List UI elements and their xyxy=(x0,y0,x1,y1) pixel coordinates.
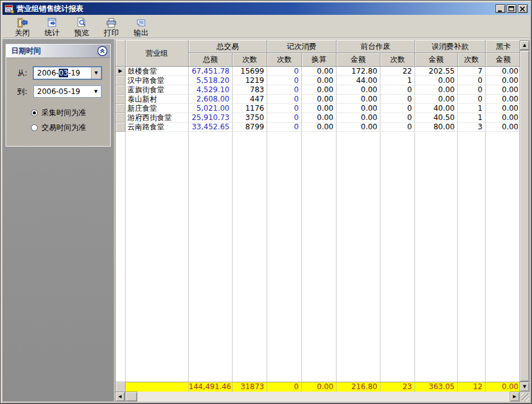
refund-amount-cell: 40.50 xyxy=(415,113,458,122)
header-conversion[interactable]: 换算 xyxy=(302,53,337,67)
header-total-amount[interactable]: 总额 xyxy=(189,53,233,67)
close-button[interactable] xyxy=(518,4,528,13)
toolbar-close-button[interactable]: 关闭 xyxy=(7,16,37,38)
times-count-cell: 0 xyxy=(267,95,302,104)
toolbar-print-button[interactable]: 打印 xyxy=(97,16,126,38)
to-date-dropdown-icon[interactable]: ▼ xyxy=(91,86,101,97)
toolbar-statistics-button[interactable]: 统计 xyxy=(37,16,67,38)
totals-total-count: 31873 xyxy=(233,382,267,392)
row-indicator-cell xyxy=(116,122,126,132)
toolbar-close-label: 关闭 xyxy=(15,28,30,37)
times-count-cell: 0 xyxy=(267,67,302,76)
grid-body: ▶ 鼓楼食堂 67,451.78 15699 0 0.00 172.80 22 … xyxy=(116,67,520,132)
from-date-combobox[interactable]: 2006-03-19 ▼ xyxy=(33,67,101,79)
refund-count-cell: 3 xyxy=(458,122,486,132)
times-count-cell: 0 xyxy=(267,113,302,122)
times-count-cell: 0 xyxy=(267,104,302,113)
resize-grip-icon[interactable] xyxy=(521,393,529,401)
toolbar-preview-button[interactable]: 预览 xyxy=(67,16,97,38)
group-label[interactable]: 黑卡 xyxy=(486,40,521,53)
refund-count-cell: 1 xyxy=(458,104,486,113)
header-times-count[interactable]: 次数 xyxy=(267,53,302,67)
datetime-panel-body: 从: 2006-03-19 ▼ 到: 2006-05-19 ▼ xyxy=(6,58,110,146)
table-row[interactable]: 游府西街食堂 25,910.73 3750 0 0.00 0.00 0 40.5… xyxy=(116,113,520,122)
group-label[interactable]: 前台作废 xyxy=(337,40,415,53)
total-count-cell: 8799 xyxy=(233,122,267,132)
header-refund-count[interactable]: 次数 xyxy=(458,53,486,67)
header-void-count[interactable]: 次数 xyxy=(380,53,415,67)
printer-icon xyxy=(106,17,117,28)
total-amount-cell: 25,910.73 xyxy=(189,113,233,122)
blackcard-amount-cell: 0.00 xyxy=(486,85,521,95)
toolbar-output-label: 输出 xyxy=(134,28,148,37)
header-group-frontdesk-void: 前台作废 金额 次数 xyxy=(337,40,415,67)
table-row[interactable]: ▶ 鼓楼食堂 67,451.78 15699 0 0.00 172.80 22 … xyxy=(116,67,520,76)
table-row[interactable]: 蓝旗街食堂 4,529.10 783 0 0.00 0.00 0 0.00 0 … xyxy=(116,85,520,95)
radio-button-icon xyxy=(31,124,38,131)
time-basis-radio-group: 采集时间为准 交易时间为准 xyxy=(31,108,105,133)
vertical-scrollbar[interactable]: ▲ ▼ xyxy=(520,40,530,392)
header-business-group[interactable]: 营业组 xyxy=(126,40,189,67)
panel-title: 日期时间 xyxy=(11,46,41,56)
scroll-left-icon[interactable]: ◀ xyxy=(115,392,125,402)
header-total-count[interactable]: 次数 xyxy=(233,53,267,67)
horizontal-scroll-track[interactable] xyxy=(137,392,510,402)
from-date-dropdown-icon[interactable]: ▼ xyxy=(91,67,101,79)
conversion-cell: 0.00 xyxy=(302,85,337,95)
main-area: 日期时间 从: 2006-03-19 ▼ xyxy=(2,39,530,402)
toolbar: 关闭 统计 预览 xyxy=(2,15,530,39)
total-amount-cell: 33,452.65 xyxy=(189,122,233,132)
times-count-cell: 0 xyxy=(267,76,302,85)
table-row[interactable]: 汉中路食堂 5,518.20 1219 0 0.00 44.00 1 0.00 … xyxy=(116,76,520,85)
void-amount-cell: 0.00 xyxy=(337,85,380,95)
row-indicator-cell xyxy=(116,95,126,104)
total-amount-cell: 2,608.00 xyxy=(189,95,233,104)
minimize-button[interactable] xyxy=(496,4,505,13)
group-label[interactable]: 总交易 xyxy=(189,40,267,53)
toolbar-output-button[interactable]: 输出 xyxy=(126,16,156,38)
from-label: 从: xyxy=(17,68,33,79)
sidebar: 日期时间 从: 2006-03-19 ▼ xyxy=(2,39,115,402)
refund-count-cell: 0 xyxy=(458,76,486,85)
maximize-button[interactable] xyxy=(507,4,517,13)
header-void-amount[interactable]: 金额 xyxy=(337,53,380,67)
refund-count-cell: 0 xyxy=(458,85,486,95)
collapse-panel-button[interactable] xyxy=(97,46,108,56)
group-label[interactable]: 记次消费 xyxy=(267,40,337,53)
refund-amount-cell: 80.00 xyxy=(415,122,458,132)
totals-refund-amount: 363.05 xyxy=(415,382,458,392)
total-count-cell: 3750 xyxy=(233,113,267,122)
scroll-down-icon[interactable]: ▼ xyxy=(520,382,530,392)
preview-icon xyxy=(77,17,87,28)
vertical-scroll-thumb[interactable] xyxy=(520,50,530,382)
table-row[interactable]: 新庄食堂 5,021.00 1176 0 0.00 0.00 0 40.00 1… xyxy=(116,104,520,113)
scroll-right-icon[interactable]: ▶ xyxy=(510,392,520,402)
row-indicator-cell xyxy=(116,113,126,122)
horizontal-scroll-thumb[interactable] xyxy=(125,392,137,402)
header-refund-amount[interactable]: 金额 xyxy=(415,53,458,67)
indicator-column-header xyxy=(116,40,126,67)
refund-count-cell: 7 xyxy=(458,67,486,76)
table-row[interactable]: 云南路食堂 33,452.65 8799 0 0.00 0.00 0 80.00… xyxy=(116,122,520,132)
report-grid-area: 营业组 总交易 总额 次数 记次消费 次数 换算 xyxy=(115,39,530,402)
void-count-cell: 0 xyxy=(380,113,415,122)
report-grid: 营业组 总交易 总额 次数 记次消费 次数 换算 xyxy=(115,40,520,392)
totals-times-count: 0 xyxy=(267,382,302,392)
table-row[interactable]: 泰山新村 2,608.00 447 0 0.00 0.00 0 0.00 0 0… xyxy=(116,95,520,104)
refund-amount-cell: 202.55 xyxy=(415,67,458,76)
to-date-combobox[interactable]: 2006-05-19 ▼ xyxy=(33,85,101,98)
void-amount-cell: 0.00 xyxy=(337,95,380,104)
app-window: 营业组销售统计报表 关闭 xyxy=(0,0,532,404)
total-count-cell: 447 xyxy=(233,95,267,104)
total-count-cell: 1219 xyxy=(233,76,267,85)
header-blackcard-amount[interactable]: 金额 xyxy=(486,53,521,67)
scroll-up-icon[interactable]: ▲ xyxy=(520,40,530,50)
radio-transaction-time[interactable]: 交易时间为准 xyxy=(31,122,105,133)
radio-collect-time[interactable]: 采集时间为准 xyxy=(31,108,105,118)
radio-collect-time-label: 采集时间为准 xyxy=(41,108,86,118)
horizontal-scrollbar[interactable]: ◀ ▶ xyxy=(115,392,520,402)
group-label[interactable]: 误消费补款 xyxy=(415,40,486,53)
datetime-panel-header: 日期时间 xyxy=(6,45,110,58)
grid-header: 营业组 总交易 总额 次数 记次消费 次数 换算 xyxy=(116,40,520,67)
header-group-refund: 误消费补款 金额 次数 xyxy=(415,40,486,67)
